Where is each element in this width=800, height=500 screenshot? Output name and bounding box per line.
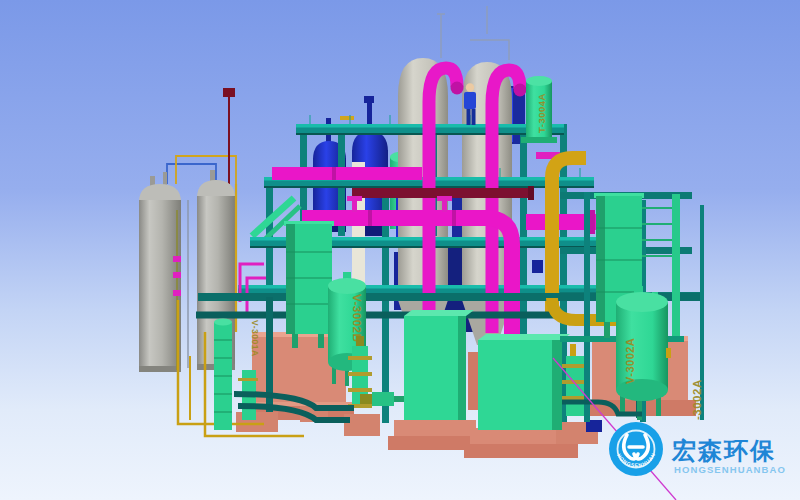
top-cylinder-t3004a: T-3004A <box>521 76 557 143</box>
plant-3d-render: T-3004A <box>0 0 800 500</box>
label-vessel-right: V-3002A <box>624 338 636 384</box>
label-top-cylinder: T-3004A <box>536 93 547 133</box>
label-vessel-center: V-3002B <box>351 294 363 342</box>
plant-3d-view: T-3004A <box>0 0 800 500</box>
label-left-pump: V-3001A <box>250 320 260 357</box>
green-box-tank-2 <box>478 334 570 430</box>
label-vessel-right-rear: -3002A <box>691 379 703 420</box>
magenta-pipe-upper <box>272 167 422 180</box>
company-name-en: HONGSENHUANBAO <box>674 464 786 475</box>
company-name-cn: 宏森环保 <box>671 437 776 464</box>
green-box-tank-1 <box>404 310 474 420</box>
heat-exchanger-left <box>284 221 334 348</box>
left-green-column <box>214 319 232 431</box>
maroon-junction-box <box>223 88 235 97</box>
